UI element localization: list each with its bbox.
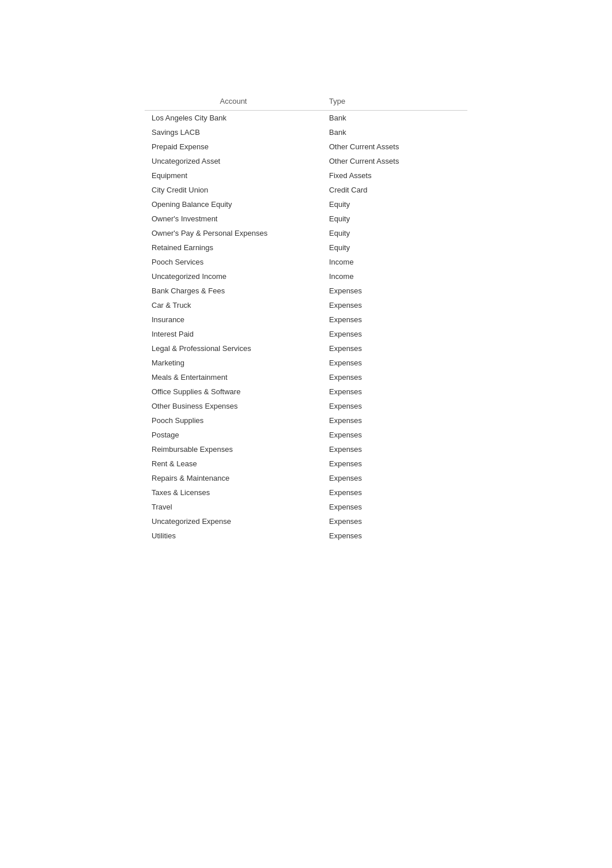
table-wrapper: Account Type Los Angeles City BankBankSa… xyxy=(145,92,467,868)
table-row: Owner's InvestmentEquity xyxy=(145,212,467,226)
cell-account: City Credit Union xyxy=(145,183,322,197)
table-row: City Credit UnionCredit Card xyxy=(145,183,467,197)
cell-account: Insurance xyxy=(145,312,322,327)
cell-type: Equity xyxy=(322,226,467,240)
cell-type: Equity xyxy=(322,240,467,255)
table-row: Prepaid ExpenseOther Current Assets xyxy=(145,139,467,154)
cell-account: Interest Paid xyxy=(145,327,322,341)
page-container: Account Type Los Angeles City BankBankSa… xyxy=(0,0,612,868)
cell-account: Uncategorized Expense xyxy=(145,514,322,529)
table-row: InsuranceExpenses xyxy=(145,312,467,327)
cell-type: Expenses xyxy=(322,284,467,298)
cell-type: Income xyxy=(322,255,467,269)
cell-type: Other Current Assets xyxy=(322,154,467,168)
table-row: Owner's Pay & Personal ExpensesEquity xyxy=(145,226,467,240)
cell-type: Other Current Assets xyxy=(322,139,467,154)
table-row: Office Supplies & SoftwareExpenses xyxy=(145,384,467,399)
cell-account: Meals & Entertainment xyxy=(145,370,322,384)
accounts-table: Account Type Los Angeles City BankBankSa… xyxy=(145,92,467,543)
cell-type: Expenses xyxy=(322,428,467,442)
cell-account: Car & Truck xyxy=(145,298,322,312)
cell-type: Expenses xyxy=(322,529,467,543)
cell-account: Other Business Expenses xyxy=(145,399,322,413)
cell-account: Office Supplies & Software xyxy=(145,384,322,399)
cell-type: Expenses xyxy=(322,399,467,413)
cell-account: Utilities xyxy=(145,529,322,543)
cell-account: Uncategorized Income xyxy=(145,269,322,284)
cell-account: Pooch Services xyxy=(145,255,322,269)
cell-type: Expenses xyxy=(322,370,467,384)
cell-account: Los Angeles City Bank xyxy=(145,111,322,126)
table-header-row: Account Type xyxy=(145,92,467,111)
table-row: Taxes & LicensesExpenses xyxy=(145,485,467,500)
cell-type: Expenses xyxy=(322,413,467,428)
table-row: Car & TruckExpenses xyxy=(145,298,467,312)
cell-account: Uncategorized Asset xyxy=(145,154,322,168)
table-row: Reimbursable ExpensesExpenses xyxy=(145,442,467,456)
table-row: Uncategorized AssetOther Current Assets xyxy=(145,154,467,168)
cell-type: Expenses xyxy=(322,500,467,514)
cell-type: Expenses xyxy=(322,485,467,500)
cell-account: Rent & Lease xyxy=(145,456,322,471)
cell-type: Expenses xyxy=(322,384,467,399)
cell-account: Legal & Professional Services xyxy=(145,341,322,356)
table-body: Los Angeles City BankBankSavings LACBBan… xyxy=(145,111,467,544)
table-row: Other Business ExpensesExpenses xyxy=(145,399,467,413)
cell-account: Owner's Investment xyxy=(145,212,322,226)
table-row: Retained EarningsEquity xyxy=(145,240,467,255)
table-row: EquipmentFixed Assets xyxy=(145,168,467,183)
cell-type: Expenses xyxy=(322,442,467,456)
cell-type: Bank xyxy=(322,125,467,139)
table-row: Uncategorized ExpenseExpenses xyxy=(145,514,467,529)
cell-account: Postage xyxy=(145,428,322,442)
table-row: Bank Charges & FeesExpenses xyxy=(145,284,467,298)
cell-type: Expenses xyxy=(322,356,467,370)
table-row: UtilitiesExpenses xyxy=(145,529,467,543)
cell-type: Expenses xyxy=(322,312,467,327)
table-row: Opening Balance EquityEquity xyxy=(145,197,467,212)
cell-account: Repairs & Maintenance xyxy=(145,471,322,485)
table-row: MarketingExpenses xyxy=(145,356,467,370)
table-row: Rent & LeaseExpenses xyxy=(145,456,467,471)
table-row: PostageExpenses xyxy=(145,428,467,442)
cell-type: Expenses xyxy=(322,327,467,341)
cell-type: Expenses xyxy=(322,456,467,471)
cell-account: Travel xyxy=(145,500,322,514)
table-row: Meals & EntertainmentExpenses xyxy=(145,370,467,384)
column-header-account: Account xyxy=(145,92,322,111)
cell-type: Expenses xyxy=(322,471,467,485)
cell-account: Opening Balance Equity xyxy=(145,197,322,212)
cell-account: Equipment xyxy=(145,168,322,183)
cell-account: Pooch Supplies xyxy=(145,413,322,428)
cell-account: Owner's Pay & Personal Expenses xyxy=(145,226,322,240)
cell-type: Bank xyxy=(322,111,467,126)
table-row: Los Angeles City BankBank xyxy=(145,111,467,126)
cell-account: Taxes & Licenses xyxy=(145,485,322,500)
cell-account: Bank Charges & Fees xyxy=(145,284,322,298)
column-header-type: Type xyxy=(322,92,467,111)
cell-account: Retained Earnings xyxy=(145,240,322,255)
table-row: Pooch ServicesIncome xyxy=(145,255,467,269)
table-row: Repairs & MaintenanceExpenses xyxy=(145,471,467,485)
table-row: Interest PaidExpenses xyxy=(145,327,467,341)
cell-type: Equity xyxy=(322,197,467,212)
table-row: Legal & Professional ServicesExpenses xyxy=(145,341,467,356)
cell-type: Expenses xyxy=(322,514,467,529)
cell-type: Fixed Assets xyxy=(322,168,467,183)
cell-type: Expenses xyxy=(322,298,467,312)
table-row: TravelExpenses xyxy=(145,500,467,514)
table-row: Savings LACBBank xyxy=(145,125,467,139)
cell-account: Savings LACB xyxy=(145,125,322,139)
cell-type: Income xyxy=(322,269,467,284)
cell-account: Reimbursable Expenses xyxy=(145,442,322,456)
cell-type: Expenses xyxy=(322,341,467,356)
table-row: Uncategorized IncomeIncome xyxy=(145,269,467,284)
cell-account: Marketing xyxy=(145,356,322,370)
table-row: Pooch SuppliesExpenses xyxy=(145,413,467,428)
cell-account: Prepaid Expense xyxy=(145,139,322,154)
cell-type: Credit Card xyxy=(322,183,467,197)
cell-type: Equity xyxy=(322,212,467,226)
